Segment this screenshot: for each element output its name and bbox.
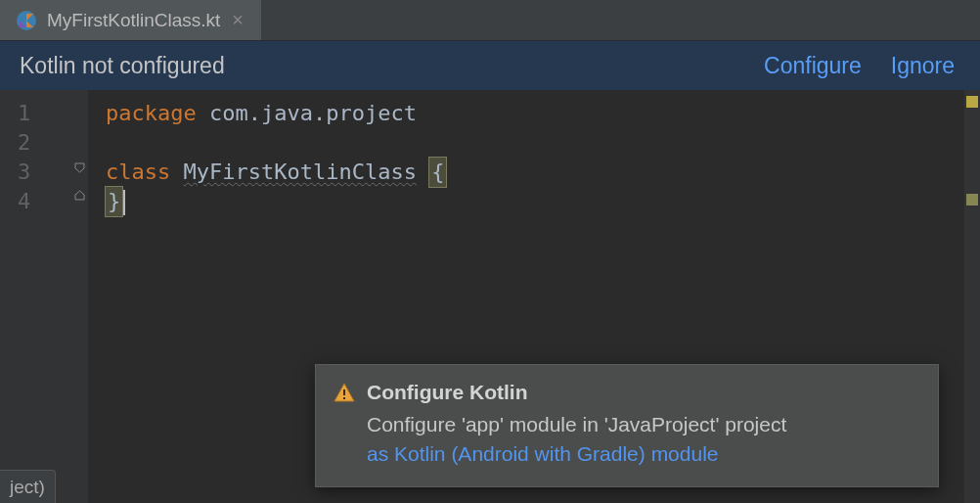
warning-marker[interactable] <box>966 96 978 108</box>
code-line: class MyFirstKotlinClass { <box>106 158 980 187</box>
svg-rect-2 <box>343 397 345 399</box>
keyword-class: class <box>106 160 170 184</box>
code-line <box>106 128 980 158</box>
marker-strip <box>964 90 980 503</box>
line-number: 1 <box>0 99 88 128</box>
notification-message: Kotlin not configured <box>20 53 735 79</box>
package-name: com.java.project <box>197 101 417 125</box>
gutter: 1 2 3 4 <box>0 90 88 503</box>
code-line: } <box>106 187 980 216</box>
popup-action-link[interactable]: as Kotlin (Android with Gradle) module <box>367 439 916 469</box>
ignore-link[interactable]: Ignore <box>891 53 955 79</box>
notification-bar: Kotlin not configured Configure Ignore <box>0 41 980 90</box>
editor-tab[interactable]: MyFirstKotlinClass.kt × <box>0 0 262 40</box>
fold-marker-close-icon[interactable] <box>74 190 85 201</box>
popup-body-text: Configure 'app' module in 'JavaProject' … <box>367 410 916 439</box>
close-brace: } <box>106 187 122 216</box>
tab-bar: MyFirstKotlinClass.kt × <box>0 0 980 41</box>
hint-popup: Configure Kotlin Configure 'app' module … <box>315 364 939 487</box>
close-icon[interactable]: × <box>230 9 245 31</box>
tab-label: MyFirstKotlinClass.kt <box>47 10 220 31</box>
caret <box>123 190 125 215</box>
svg-rect-1 <box>343 389 345 395</box>
warning-icon <box>334 382 355 403</box>
class-name: MyFirstKotlinClass <box>183 160 416 184</box>
fold-marker-open-icon[interactable] <box>74 162 85 173</box>
kotlin-file-icon <box>16 10 37 31</box>
status-bar-fragment: ject) <box>0 470 56 503</box>
configure-link[interactable]: Configure <box>764 53 862 79</box>
open-brace: { <box>429 158 446 187</box>
keyword-package: package <box>106 101 197 125</box>
code-line: package com.java.project <box>106 99 980 128</box>
weak-warning-marker[interactable] <box>966 194 978 206</box>
popup-title: Configure Kotlin <box>367 381 527 404</box>
line-number: 2 <box>0 128 88 158</box>
